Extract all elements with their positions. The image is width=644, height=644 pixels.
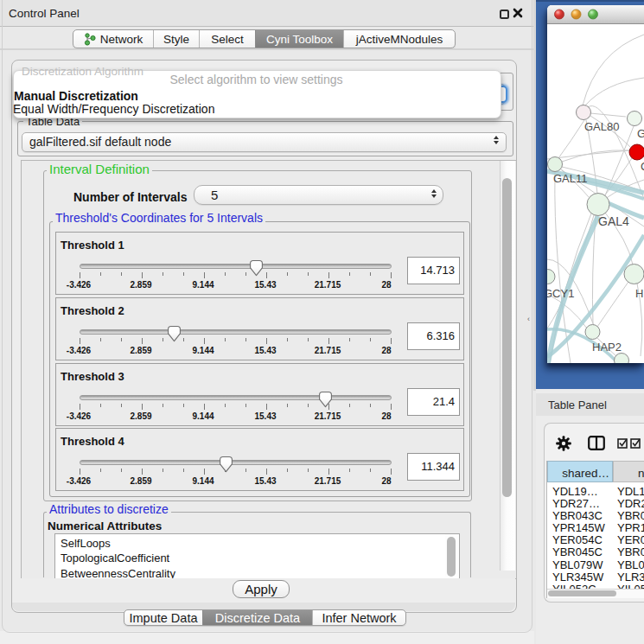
svg-text:GCY1: GCY1 bbox=[547, 287, 574, 300]
svg-text:GAL4: GAL4 bbox=[598, 214, 629, 228]
svg-text:GAL11: GAL11 bbox=[553, 172, 588, 185]
svg-text:HAP2: HAP2 bbox=[592, 341, 622, 354]
svg-text:GAL80: GAL80 bbox=[584, 120, 619, 133]
svg-text:H: H bbox=[635, 287, 643, 300]
svg-text:C: C bbox=[641, 160, 644, 173]
svg-text:GA: GA bbox=[637, 127, 644, 140]
